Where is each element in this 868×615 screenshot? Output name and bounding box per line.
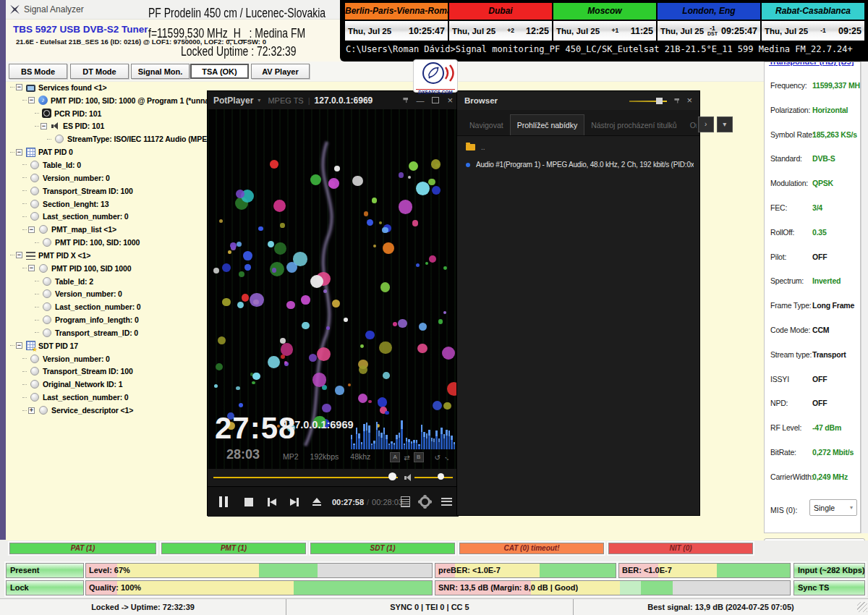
tree-expander-icon[interactable]: − [16, 84, 22, 90]
tree-item[interactable]: PMT PID: 100, SID: 1000 [7, 236, 210, 249]
tree-item[interactable]: −PMT_map_list <1> [7, 223, 210, 236]
param-label: Stream type: [770, 350, 812, 359]
ab-repeat-b-button[interactable]: B [414, 452, 424, 462]
tree-expander-icon[interactable]: − [16, 252, 22, 258]
visualizer-dot [322, 404, 331, 413]
tree-item-label: Table_Id: 2 [55, 277, 93, 286]
mis-dropdown[interactable]: Single ▾ [809, 499, 857, 516]
tree-item[interactable]: −PMT PID: 100, SID: 1000 @ Program 1 (*u… [7, 94, 210, 107]
statusbar-lock-uptime: Locked -> Uptime: 72:32:39 [0, 599, 286, 615]
mode-tab-dt-mode[interactable]: DT Mode [70, 64, 129, 79]
close-icon[interactable]: × [447, 97, 453, 104]
sync-ts-badge: Sync TS [793, 580, 865, 595]
playlist-icon[interactable] [397, 487, 413, 517]
tree-item[interactable]: −Services found <1> [7, 81, 210, 94]
tree-item[interactable]: Program_info_length: 0 [7, 313, 210, 326]
osd-total-time: 28:03 [226, 447, 260, 462]
tree-item[interactable]: Version_number: 0 [7, 288, 210, 301]
tree-item-label: Version_number: 0 [43, 174, 110, 182]
tree-item[interactable]: Version_number: 0 [7, 352, 210, 365]
mode-tab-av-player[interactable]: AV Player [251, 64, 310, 79]
browser-tab-1[interactable]: Prohlížeč nabídky [510, 114, 584, 135]
tree-item[interactable]: Last_section_number: 0 [7, 300, 210, 313]
tree-expander-icon[interactable]: − [28, 97, 35, 103]
browser-tab-2[interactable]: Nástroj procházení titulků [584, 115, 683, 135]
tree-expander-icon[interactable]: + [28, 407, 35, 414]
tree-item[interactable]: StreamType: ISO/IEC 11172 Audio (MPEG-1)… [7, 132, 210, 145]
audio-track-label: Audio #1(Program 1) - MPEG Audio, 48.0 k… [476, 161, 694, 169]
lock-badge: Lock [6, 580, 84, 595]
audio-track-row[interactable]: Audio #1(Program 1) - MPEG Audio, 48.0 k… [466, 161, 694, 169]
maximize-icon[interactable] [432, 97, 439, 103]
tree-item[interactable]: Transport_Stream ID: 100 [7, 365, 210, 378]
stop-button[interactable] [239, 487, 258, 517]
tree-item[interactable]: −PAT PID 0 [7, 145, 210, 158]
visualizer-dot [272, 268, 277, 273]
tree-item[interactable]: PCR PID: 101 [7, 107, 210, 120]
tree-item[interactable]: Table_Id: 2 [7, 275, 210, 288]
volume-handle[interactable] [438, 473, 444, 480]
ab-repeat-a-button[interactable]: A [390, 452, 400, 462]
tree-item[interactable]: Last_section_number: 0 [7, 391, 210, 404]
visualizer-dot [310, 275, 323, 288]
tree-item[interactable]: −ES PID: 101 [7, 120, 210, 133]
opacity-slider[interactable] [629, 98, 667, 104]
pause-button[interactable] [213, 487, 234, 517]
param-label: Modulation: [770, 179, 808, 187]
tree-expander-icon[interactable]: − [28, 265, 35, 271]
mode-tab-signal-mon-[interactable]: Signal Mon. [131, 64, 190, 79]
visualizer-dot [239, 271, 245, 278]
browser-titlebar[interactable]: Browser × [457, 91, 699, 110]
tabs-next-button[interactable]: › [698, 116, 714, 132]
tree-item[interactable]: Table_Id: 0 [7, 158, 210, 171]
tree-item[interactable]: +Service_descriptor <1> [7, 404, 210, 417]
volume-track[interactable] [414, 477, 453, 478]
tree-item[interactable]: Original_Network ID: 1 [7, 378, 210, 391]
clock-time: Thu, Jul 25+111:25 [553, 21, 656, 41]
visualizer-dot [243, 251, 252, 260]
close-icon[interactable]: × [686, 97, 692, 104]
menu-icon[interactable] [438, 487, 455, 517]
tree-item[interactable]: −PMT PID 100, SID 1000 [7, 262, 210, 275]
mode-tab-tsa-ok-[interactable]: TSA (OK) [190, 64, 249, 79]
potplayer-menu[interactable]: PotPlayer [213, 96, 253, 106]
tabs-dropdown-button[interactable]: ▾ [717, 116, 733, 132]
console-command: C:\Users\Roman Dávid>Signal monitoring_P… [346, 44, 853, 54]
eject-button[interactable] [307, 487, 326, 517]
settings-gear-icon[interactable] [416, 487, 433, 517]
tree-item[interactable]: Last_section_number: 0 [7, 210, 210, 223]
tree-item[interactable]: Version_number: 0 [7, 171, 210, 184]
tree-item[interactable]: Section_lenght: 13 [7, 198, 210, 211]
tree-expander-icon[interactable]: − [16, 149, 22, 156]
visualizer-dot [326, 326, 329, 329]
next-button[interactable] [285, 487, 304, 517]
pin-icon[interactable] [674, 98, 679, 103]
app-logo-icon [10, 5, 20, 14]
browser-tab-3[interactable]: Online S [684, 115, 697, 135]
param-label: CarrierWidth: [770, 472, 813, 481]
tree-item[interactable]: −SDT PID 17 [7, 339, 210, 352]
tree-item-label: PAT PID 0 [38, 148, 73, 156]
seek-track[interactable] [213, 477, 398, 478]
browser-tab-0[interactable]: Navigovat [463, 115, 510, 135]
tree-item[interactable]: Transport_Stream ID: 100 [7, 184, 210, 198]
resize-grip[interactable] [857, 602, 867, 612]
tree-expander-icon[interactable]: − [16, 342, 22, 349]
folder-up-label: .. [481, 143, 485, 151]
mode-tab-bs-mode[interactable]: BS Mode [9, 64, 67, 79]
tree-item[interactable]: −PMT PID X <1> [7, 249, 210, 262]
param-label: Frequency: [770, 81, 807, 90]
panel-scrollbar[interactable] [861, 62, 868, 533]
folder-up-row[interactable]: .. [466, 143, 485, 151]
pin-icon[interactable] [403, 98, 408, 103]
video-area[interactable]: 27:58 28:03 127.0.0.1:6969 MP2192kbps48k… [208, 109, 459, 469]
tree-expander-icon[interactable]: − [28, 226, 35, 233]
repeat-icon[interactable]: ↺ [435, 454, 441, 462]
seek-handle[interactable] [388, 472, 396, 480]
tree-item[interactable]: Transport_stream_ID: 0 [7, 326, 210, 339]
previous-button[interactable] [263, 487, 281, 517]
tree-expander-icon[interactable]: − [41, 123, 47, 130]
transponder-heading-link[interactable]: Transponder (HB) [B5] [769, 62, 854, 66]
tree-item-label: Table_Id: 0 [43, 161, 81, 169]
minimize-icon[interactable]: — [416, 98, 424, 103]
